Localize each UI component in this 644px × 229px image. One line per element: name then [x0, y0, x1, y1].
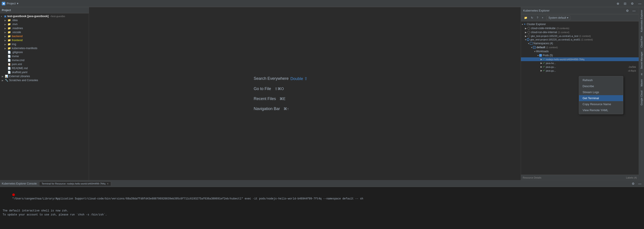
k8s-help-btn[interactable]: ? [536, 16, 540, 20]
mvn-label: .mvn [12, 23, 18, 26]
ext-libs-label: External Libraries [9, 75, 30, 78]
java-he-label: java-he... [546, 62, 556, 64]
center-panel: Search Everywhere Double ⇧ Go to File ⇧⌘… [89, 7, 521, 180]
tree-item-idea[interactable]: ▶ 📁 .idea [0, 18, 89, 22]
tree-item-pom[interactable]: 📋 pom.xml [0, 62, 89, 66]
project-label: Project [7, 2, 16, 5]
context-menu-stream-logs[interactable]: Stream Logs [579, 89, 623, 95]
config-icon[interactable]: ⊟ [623, 1, 627, 6]
main-content: Project ▾ ▣ test-guestbook [java-guestbo… [0, 7, 644, 180]
idea-folder-icon: 📁 [8, 19, 11, 22]
k8s-manifests-label: kubernetes-manifests [12, 47, 38, 50]
k8s-minikube[interactable]: ▶ cloud-code-minikube (3 contexts) [521, 26, 639, 30]
side-tab-google-cloud[interactable]: Google Cloud [639, 89, 644, 107]
search-everywhere-shortcut: Double ⇧ [290, 76, 308, 81]
cluster-explorer-label: Cluster Explorer [527, 23, 546, 26]
default-ns-suffix: (1 context) [546, 46, 558, 49]
side-tab-kubernetes[interactable]: Kubernetes Explorer [639, 8, 644, 34]
bottom-terminal-panel: Kubernetes Explorer Console: Terminal fo… [0, 180, 644, 229]
terminal-minimize-icon[interactable]: — [637, 181, 642, 186]
backend-folder-icon: 📁 [8, 35, 11, 38]
side-tab-cloud-run[interactable]: Cloud Run [639, 34, 644, 49]
terminal-tab[interactable]: Terminal for Resource: nodejs-hello-worl… [39, 181, 111, 186]
k8s-minimize-icon[interactable]: — [632, 8, 636, 13]
context-menu-copy-resource[interactable]: Copy Resource Name [579, 101, 623, 107]
tree-item-mvn[interactable]: ▶ 📁 .mvn [0, 22, 89, 26]
k8s-java-gu2-pod[interactable]: ▶ ✔ java-gu... -d-tfqcb [521, 69, 639, 72]
tree-item-vscode[interactable]: ▶ 📁 .vscode [0, 30, 89, 34]
tree-item-frontend[interactable]: ▶ 📁 frontend [0, 38, 89, 42]
gke2-suffix: (1 context) [581, 38, 593, 41]
gke1-suffix: (1 context) [579, 35, 591, 37]
tree-item-skaffold[interactable]: 📄 skaffold.yaml [0, 70, 89, 74]
view-yaml-label: View Remote YAML [582, 108, 608, 112]
window-icon[interactable]: ⊕ [616, 1, 620, 6]
tree-item-external-libs[interactable]: ▶ 📊 External Libraries [0, 74, 89, 78]
context-menu-get-terminal[interactable]: Get Terminal [579, 95, 623, 101]
readme-icon: 📄 [8, 67, 11, 70]
k8s-add-btn[interactable]: + [540, 16, 545, 20]
get-terminal-label: Get Terminal [582, 96, 599, 100]
tree-item-k8s-manifests[interactable]: ▶ 📁 kubernetes-manifests [0, 46, 89, 50]
k8s-java-he-pod[interactable]: ▶ ✔ java-he... [521, 61, 639, 65]
minikube-suffix: (3 contexts) [556, 27, 569, 29]
nav-bar-label: Navigation Bar [254, 106, 280, 111]
terminal-gear-icon[interactable]: ⚙ [631, 181, 636, 186]
tree-item-mvnw-cmd[interactable]: 📄 mvnw.cmd [0, 58, 89, 62]
k8s-header-actions: ⚙ — [625, 8, 636, 13]
cluster-icon: ✦ [524, 23, 526, 26]
k8s-toolbar: 📁 ↻ ? + System default ▾ [521, 14, 639, 21]
tree-item-backend[interactable]: ▶ 📁 backend [0, 34, 89, 38]
k8s-gke2[interactable]: ▾ gke_test-project-165220_us-central1-a_… [521, 38, 639, 41]
k8s-gke1[interactable]: ▶ gke_test-project-165220_us-central1-a_… [521, 34, 639, 38]
k8s-context-dropdown[interactable]: System default ▾ [546, 15, 570, 20]
k8s-folder-btn[interactable]: 📁 [523, 16, 529, 20]
goto-file-row: Go to File ⇧⌘O [249, 85, 360, 93]
tree-item-img[interactable]: ▶ 📁 img [0, 42, 89, 46]
side-tab-m[interactable]: m [639, 71, 644, 77]
k8s-default-ns[interactable]: ▾ default (1 context) [521, 45, 639, 49]
terminal-line-zsh: The default interactive shell is now zsh… [3, 209, 641, 213]
java-gu2-suffix: -d-tfqcb [628, 69, 638, 72]
k8s-nodejs-pod[interactable]: ▶ ✔ nodejs-hello-world-b46944f99-7ft4q [521, 57, 639, 61]
side-tab-secret-manager[interactable]: Secret Manager [639, 50, 644, 71]
terminal-tab-close[interactable]: ✕ [107, 183, 108, 185]
nav-shortcut: ⌘↑ [284, 107, 289, 111]
recent-shortcut: ⌘E [280, 97, 286, 101]
k8s-cluster-explorer[interactable]: ▾ ✦ Cluster Explorer [521, 22, 639, 26]
mvnw-icon: 📄 [8, 55, 11, 58]
k8s-gear-icon[interactable]: ⚙ [625, 8, 630, 13]
tree-root[interactable]: ▾ ▣ test-guestbook [java-guestbook] ~/te… [0, 14, 89, 18]
img-label: img [12, 43, 16, 46]
search-everywhere-label: Search Everywhere [254, 76, 288, 81]
tree-item-scratches[interactable]: ▶ 🔧 Scratches and Consoles [0, 78, 89, 82]
goto-shortcut: ⇧⌘O [274, 87, 284, 91]
k8s-workloads[interactable]: ▾ Workloads [521, 49, 639, 53]
k8s-java-gu1-pod[interactable]: ▶ ✔ java-gu... -2w5bk [521, 65, 639, 69]
k8s-namespaces[interactable]: ▾ Namespaces (4) [521, 41, 639, 45]
side-tab-maven[interactable]: Maven [639, 77, 644, 88]
minimize-icon[interactable]: — [637, 1, 642, 6]
search-everywhere-row: Search Everywhere Double ⇧ [249, 74, 360, 83]
tree-item-readme[interactable]: 📄 README.md [0, 66, 89, 70]
context-menu-view-yaml[interactable]: View Remote YAML [579, 107, 623, 113]
k8s-pods[interactable]: ▾ Pods (5) [521, 53, 639, 57]
k8s-cloud-run[interactable]: ▶ cloud-run-dev-internal (1 context) [521, 30, 639, 34]
gke1-label: gke_test-project-165220_us-central1-a_te… [531, 35, 578, 37]
gke1-circle-icon [528, 35, 530, 37]
tree-item-readmes[interactable]: ▶ 📁 .readmes [0, 26, 89, 30]
k8s-header: Kubernetes Explorer ⚙ — [521, 7, 639, 14]
panel-header: Project [0, 7, 89, 13]
context-menu-describe[interactable]: Describe [579, 83, 623, 89]
readmes-folder-icon: 📁 [8, 27, 11, 30]
recent-files-label: Recent Files [254, 96, 276, 101]
k8s-dropdown-arrow: ▾ [567, 16, 568, 19]
context-menu-refresh[interactable]: Refresh [579, 77, 623, 83]
project-dropdown[interactable]: ▾ [17, 2, 18, 5]
k8s-refresh-btn[interactable]: ↻ [530, 16, 534, 20]
default-ns-icon [533, 46, 536, 49]
tree-item-gitignore[interactable]: 📄 .gitignore [0, 50, 89, 54]
tree-item-mvnw[interactable]: 📄 mvnw [0, 54, 89, 58]
gear-icon-top[interactable]: ⚙ [630, 1, 635, 6]
pods-label: Pods (5) [543, 54, 553, 57]
